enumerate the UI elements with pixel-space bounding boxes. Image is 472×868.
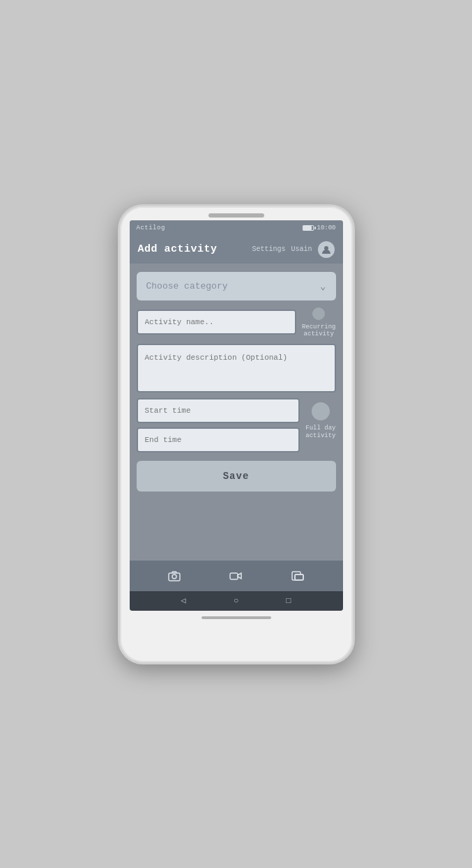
home-button[interactable]: ○	[234, 596, 238, 606]
svg-point-2	[172, 574, 176, 579]
time-toggle-row: Full dayactivity	[137, 398, 336, 452]
svg-rect-5	[295, 574, 303, 580]
settings-link[interactable]: Settings	[252, 245, 285, 253]
recurring-label: Recurringactivity	[302, 323, 336, 339]
phone-bottom-bar	[201, 616, 271, 619]
phone-screen: Actilog 10:00 Add activity Settings Usai…	[130, 220, 343, 611]
phone-frame: Actilog 10:00 Add activity Settings Usai…	[118, 204, 355, 664]
time-inputs	[137, 398, 300, 452]
full-day-toggle[interactable]	[310, 401, 331, 422]
user-link[interactable]: Usain	[291, 245, 312, 253]
category-placeholder: Choose category	[146, 281, 228, 291]
android-nav: ◁ ○ □	[130, 591, 343, 611]
avatar[interactable]	[318, 241, 335, 258]
status-bar: Actilog 10:00	[130, 220, 343, 236]
recurring-toggle-group: Recurringactivity	[302, 306, 336, 339]
top-bar: Add activity Settings Usain	[130, 236, 343, 264]
phone-speaker	[208, 213, 264, 218]
chevron-down-icon: ⌄	[320, 280, 326, 292]
full-day-label: Full dayactivity	[305, 425, 335, 440]
recurring-toggle[interactable]	[311, 306, 326, 321]
status-time: 10:00	[317, 224, 335, 231]
svg-rect-3	[230, 573, 238, 579]
video-nav-icon[interactable]	[229, 569, 243, 583]
recents-button[interactable]: □	[286, 596, 291, 606]
camera-nav-icon[interactable]	[167, 569, 181, 583]
activity-name-row: Recurringactivity	[137, 306, 336, 339]
full-day-toggle-group: Full dayactivity	[305, 398, 335, 440]
description-input[interactable]	[137, 344, 336, 393]
activity-name-input[interactable]	[137, 310, 296, 335]
end-time-input[interactable]	[137, 427, 300, 452]
bottom-nav	[130, 561, 343, 591]
screen-content: Choose category ⌄ Recurringactivity	[130, 264, 343, 561]
battery-icon	[303, 225, 314, 231]
back-button[interactable]: ◁	[181, 595, 186, 606]
status-app-name: Actilog	[137, 224, 165, 231]
status-bar-right: 10:00	[303, 224, 335, 231]
category-dropdown[interactable]: Choose category ⌄	[137, 272, 336, 300]
side-button	[353, 332, 355, 360]
save-button[interactable]: Save	[137, 461, 336, 492]
top-bar-right: Settings Usain	[252, 241, 334, 258]
start-time-input[interactable]	[137, 398, 300, 423]
page-title: Add activity	[138, 243, 218, 255]
gallery-nav-icon[interactable]	[291, 569, 305, 583]
